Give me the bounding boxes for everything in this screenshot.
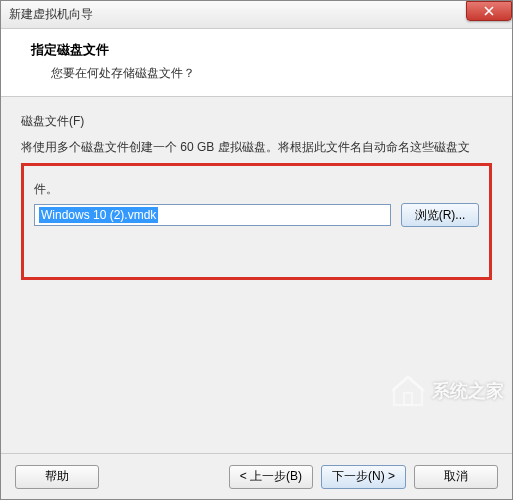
cancel-button[interactable]: 取消	[414, 465, 498, 489]
close-button[interactable]	[466, 1, 512, 21]
watermark-text: 系统之家	[432, 379, 504, 403]
browse-button[interactable]: 浏览(R)...	[401, 203, 479, 227]
page-title: 指定磁盘文件	[31, 41, 492, 59]
wizard-window: 新建虚拟机向导 指定磁盘文件 您要在何处存储磁盘文件？ 磁盘文件(F) 将使用多…	[0, 0, 513, 500]
description-line2: 件。	[34, 180, 479, 199]
window-title: 新建虚拟机向导	[9, 6, 466, 23]
next-button[interactable]: 下一步(N) >	[321, 465, 406, 489]
content-area: 磁盘文件(F) 将使用多个磁盘文件创建一个 60 GB 虚拟磁盘。将根据此文件名…	[1, 97, 512, 453]
close-icon	[484, 6, 494, 16]
description-line1: 将使用多个磁盘文件创建一个 60 GB 虚拟磁盘。将根据此文件名自动命名这些磁盘…	[21, 138, 492, 157]
watermark: 系统之家	[390, 373, 504, 409]
footer: 帮助 < 上一步(B) 下一步(N) > 取消	[1, 453, 512, 499]
header-panel: 指定磁盘文件 您要在何处存储磁盘文件？	[1, 29, 512, 97]
disk-file-input[interactable]: Windows 10 (2).vmdk	[34, 204, 391, 226]
watermark-house-icon	[390, 373, 426, 409]
disk-file-label: 磁盘文件(F)	[21, 113, 492, 130]
file-input-row: Windows 10 (2).vmdk 浏览(R)...	[34, 203, 479, 227]
svg-rect-0	[404, 393, 412, 405]
help-button[interactable]: 帮助	[15, 465, 99, 489]
file-input-value: Windows 10 (2).vmdk	[39, 207, 158, 223]
page-subtitle: 您要在何处存储磁盘文件？	[31, 65, 492, 82]
titlebar: 新建虚拟机向导	[1, 1, 512, 29]
highlight-box: 件。 Windows 10 (2).vmdk 浏览(R)...	[21, 163, 492, 280]
back-button[interactable]: < 上一步(B)	[229, 465, 313, 489]
